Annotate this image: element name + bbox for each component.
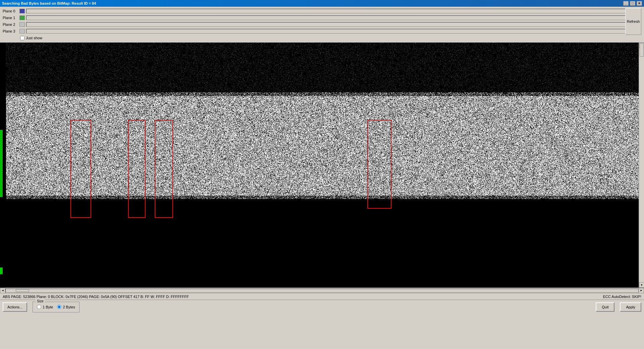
- bottom-controls: Actions... Size 1 Byte 2 Bytes Quit Appl…: [0, 300, 644, 314]
- size-group: Size 1 Byte 2 Bytes: [33, 302, 79, 312]
- plane-2-bar: [26, 22, 629, 27]
- status-left-text: ABS PAGE: 523866 Plane: 0 BLOCK: 0x7FE (…: [3, 295, 603, 299]
- plane-0-color: [19, 9, 25, 13]
- just-show-label: Just show: [26, 36, 42, 40]
- h-scroll-right-button[interactable]: ►: [639, 288, 644, 293]
- size-1byte-radio[interactable]: [37, 305, 41, 309]
- bitmap-canvas: [0, 43, 644, 288]
- minimize-button[interactable]: _: [623, 1, 629, 6]
- size-1byte-group: 1 Byte: [37, 305, 53, 309]
- plane-2-color: [19, 22, 25, 27]
- just-show-checkbox[interactable]: [20, 36, 24, 40]
- status-bar: ABS PAGE: 523866 Plane: 0 BLOCK: 0x7FE (…: [0, 293, 644, 300]
- size-2bytes-radio[interactable]: [57, 305, 61, 309]
- plane-1-color: [19, 15, 25, 20]
- apply-button[interactable]: Apply: [620, 302, 641, 312]
- just-show-row: Just show: [3, 35, 641, 41]
- maximize-button[interactable]: □: [630, 1, 635, 6]
- plane-3-row: Plane 3 XOR: [3, 28, 641, 34]
- plane-3-bar: [26, 29, 629, 34]
- window-title: Searching Bad Bytes based on BitMap: Res…: [2, 1, 96, 5]
- h-scroll-thumb[interactable]: [16, 289, 29, 292]
- plane-1-label: Plane 1: [3, 16, 19, 20]
- status-right-text: ECC AutoDetect: SKIP!: [603, 295, 641, 299]
- plane-2-row: Plane 2 XOR: [3, 21, 641, 28]
- size-group-label: Size: [36, 299, 45, 303]
- quit-button[interactable]: Quit: [596, 302, 614, 312]
- plane-3-color: [19, 29, 25, 34]
- close-button[interactable]: ✕: [637, 1, 642, 6]
- h-scroll-left-button[interactable]: ◄: [0, 288, 5, 293]
- plane-0-row: Plane 0 XOR: [3, 8, 641, 14]
- size-2bytes-group: 2 Bytes: [57, 305, 75, 309]
- title-bar-buttons: _ □ ✕: [623, 1, 642, 6]
- plane-0-bar: [26, 9, 629, 13]
- plane-0-label: Plane 0: [3, 9, 19, 13]
- h-scroll-track: [5, 289, 639, 293]
- horizontal-scrollbar: ◄ ►: [0, 288, 644, 293]
- plane-3-label: Plane 3: [3, 29, 19, 33]
- plane-1-bar: [26, 15, 629, 20]
- scroll-down-button[interactable]: ▼: [639, 282, 644, 288]
- scroll-thumb[interactable]: [640, 43, 644, 57]
- controls-panel: Plane 0 XOR Plane 1 XOR Plane 2 XOR Plan…: [0, 7, 644, 43]
- right-scrollbar: ▲ ▼: [639, 43, 644, 288]
- actions-button[interactable]: Actions...: [3, 302, 27, 312]
- refresh-button[interactable]: Refresh: [625, 8, 641, 35]
- plane-1-row: Plane 1 XOR: [3, 15, 641, 21]
- size-2bytes-label: 2 Bytes: [63, 305, 75, 309]
- main-area: ▲ ▼: [0, 43, 644, 288]
- plane-2-label: Plane 2: [3, 22, 19, 27]
- left-ruler: [0, 43, 6, 288]
- size-1byte-label: 1 Byte: [43, 305, 53, 309]
- title-bar: Searching Bad Bytes based on BitMap: Res…: [0, 0, 644, 7]
